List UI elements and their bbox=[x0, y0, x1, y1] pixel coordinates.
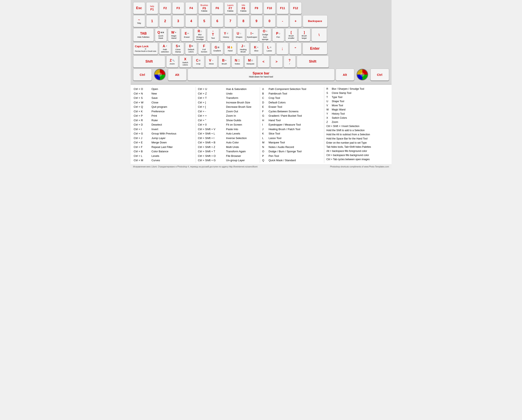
key-f8[interactable]: Info F8 Pallette bbox=[238, 2, 250, 14]
key-period[interactable]: > bbox=[271, 55, 283, 68]
shortcut-desc: Magic Wand bbox=[332, 108, 345, 111]
key-k[interactable]: K ✂ Slice bbox=[250, 42, 262, 54]
shortcut-item: GGradient / Paint Bucket Tool bbox=[262, 114, 322, 118]
key-f6[interactable]: F6 bbox=[211, 2, 223, 14]
shortcut-item: ODodge / Burn / Sponge Tool bbox=[262, 149, 322, 154]
key-h[interactable]: H ✋ Hand bbox=[224, 42, 236, 54]
key-f12[interactable]: F12 bbox=[290, 2, 302, 14]
key-semicolon[interactable]: ; bbox=[276, 42, 288, 54]
key-enter[interactable]: Enter bbox=[302, 42, 327, 54]
shortcut-desc: History Tool bbox=[332, 112, 345, 116]
shortcut-desc: Inverse Selection bbox=[226, 136, 247, 140]
key-y[interactable]: Y ↺ History bbox=[220, 28, 232, 41]
key-a[interactable]: A ↗ Pathselection bbox=[159, 42, 171, 54]
key-lbracket[interactable]: [ Brushsmaller bbox=[285, 28, 297, 41]
key-w[interactable]: W ✦ MagicWand bbox=[168, 28, 180, 41]
key-f3[interactable]: F3 bbox=[172, 2, 184, 14]
shortcut-key: R bbox=[326, 87, 330, 91]
key-shift-right[interactable]: Shift bbox=[297, 55, 329, 68]
shortcut-desc: Paintbrush Tool bbox=[269, 92, 287, 96]
key-6[interactable]: 6 bbox=[211, 15, 223, 27]
key-t[interactable]: T T Text bbox=[207, 28, 219, 41]
key-quote[interactable]: " bbox=[290, 42, 301, 54]
shortcut-key: C bbox=[262, 96, 267, 100]
shortcut-desc: Blur / Sharpen / Smudge Tool bbox=[332, 87, 364, 91]
key-f9[interactable]: F9 bbox=[251, 2, 262, 14]
key-f11[interactable]: F11 bbox=[277, 2, 289, 14]
key-ctrl-right[interactable]: Ctrl bbox=[370, 69, 389, 81]
shortcut-desc: Auto Levels bbox=[226, 132, 240, 136]
key-backslash[interactable]: \ bbox=[311, 28, 327, 41]
key-d[interactable]: D ■ Defaultcolors bbox=[185, 42, 197, 54]
key-x[interactable]: X Switchcolors bbox=[179, 55, 191, 68]
key-j[interactable]: J ✏ HealingBrush bbox=[237, 42, 249, 54]
key-space[interactable]: Space bar Hold down for hand tool bbox=[188, 69, 335, 81]
key-f4[interactable]: F4 bbox=[185, 2, 197, 14]
key-b[interactable]: B ✏ Brush bbox=[218, 55, 230, 68]
key-m[interactable]: M ⊡ Marquee bbox=[245, 55, 257, 68]
key-slash[interactable]: ? / bbox=[284, 55, 296, 68]
key-g[interactable]: G ▦ Gradient bbox=[211, 42, 223, 54]
key-ctrl-left[interactable]: Ctrl bbox=[133, 69, 152, 81]
shortcut-key: Ctrl + D bbox=[134, 123, 150, 127]
key-s[interactable]: S ▣ CloneStamp bbox=[172, 42, 184, 54]
key-shift-left[interactable]: Shift bbox=[133, 55, 165, 68]
key-backspace[interactable]: Backspace bbox=[303, 15, 328, 27]
key-5[interactable]: 5 bbox=[198, 15, 210, 27]
key-7[interactable]: 7 bbox=[224, 15, 237, 27]
bottom-row: Ctrl Alt Space bar Hold down for hand to… bbox=[133, 69, 389, 81]
key-rbracket[interactable]: ] Brushlarger bbox=[298, 28, 310, 41]
key-f2[interactable]: F2 bbox=[159, 2, 171, 14]
key-f5[interactable]: Brushes F5 Pallette bbox=[198, 2, 210, 14]
key-minus[interactable]: - bbox=[277, 15, 289, 27]
shortcut-desc: Show Guilds bbox=[226, 118, 241, 123]
shortcut-note: Ctrl + backspace fills background color bbox=[326, 153, 369, 157]
key-tilde[interactable]: ~ Tildy bbox=[133, 15, 145, 27]
key-f10[interactable]: F10 bbox=[264, 2, 276, 14]
shortcut-desc: Repeat Last Filter bbox=[152, 145, 173, 149]
shortcut-item: Ctrl + MCurves bbox=[134, 158, 194, 163]
key-f7[interactable]: Layers F7 Pallette bbox=[224, 2, 237, 14]
key-tab[interactable]: TAB Hide Pallettes bbox=[133, 28, 154, 41]
key-win-left[interactable] bbox=[153, 69, 167, 81]
key-capslock[interactable]: Caps Lock ⊙Percise brush or brush size bbox=[133, 42, 158, 54]
key-o[interactable]: O ☀ Dodgeburnsponge bbox=[259, 28, 271, 41]
key-8[interactable]: 8 bbox=[238, 15, 250, 27]
shortcut-key: H bbox=[262, 118, 267, 123]
key-comma[interactable]: < bbox=[258, 55, 269, 68]
shortcut-desc: Transform bbox=[226, 96, 238, 100]
key-c[interactable]: C ⊞ Crop bbox=[192, 55, 204, 68]
shortcut-desc: Quit program bbox=[152, 105, 167, 109]
key-v[interactable]: V ↔ Move bbox=[205, 55, 217, 68]
shortcut-key: E bbox=[262, 105, 267, 109]
key-9[interactable]: 9 bbox=[251, 15, 262, 27]
key-3[interactable]: 3 bbox=[172, 15, 184, 27]
key-p[interactable]: P ◇ Pen bbox=[272, 28, 284, 41]
key-4[interactable]: 4 bbox=[185, 15, 197, 27]
shortcut-item: Ctrl + BColor Balance bbox=[134, 149, 194, 154]
key-r[interactable]: R ◇ BlurSharpenSmudge bbox=[194, 28, 206, 41]
shortcut-desc: Path Component Selection Tool bbox=[269, 87, 306, 91]
key-f[interactable]: F FullScreen bbox=[198, 42, 210, 54]
key-2[interactable]: 2 bbox=[159, 15, 171, 27]
key-0[interactable]: 0 bbox=[264, 15, 276, 27]
key-f1[interactable]: help F1 bbox=[146, 2, 158, 14]
key-alt-right[interactable]: Alt bbox=[336, 69, 354, 81]
shortcut-desc: Fit on Screen bbox=[226, 123, 242, 127]
key-n[interactable]: N 📋 Notes bbox=[231, 55, 244, 68]
shortcut-key: O bbox=[262, 149, 267, 154]
key-l[interactable]: L ⟲ Lasso bbox=[263, 42, 275, 54]
shortcut-key: Ctrl + Shift + O bbox=[198, 154, 225, 158]
shortcut-key: V bbox=[326, 104, 330, 107]
key-plus[interactable]: + bbox=[290, 15, 302, 27]
key-e[interactable]: E ✏ Eraser bbox=[181, 28, 193, 41]
shortcut-desc: Pen Tool bbox=[269, 154, 279, 158]
key-win-right[interactable] bbox=[355, 69, 369, 81]
key-z[interactable]: Z 🔍 Zoom bbox=[166, 55, 178, 68]
key-alt-left[interactable]: Alt bbox=[168, 69, 187, 81]
key-1[interactable]: 1 bbox=[146, 15, 158, 27]
key-u[interactable]: U ☆ Shapes bbox=[233, 28, 245, 41]
key-esc[interactable]: Esc bbox=[133, 2, 145, 14]
key-i[interactable]: I ✒ Eyedropper bbox=[246, 28, 258, 41]
key-q[interactable]: Q ▣▣ QuickMask bbox=[155, 28, 167, 41]
